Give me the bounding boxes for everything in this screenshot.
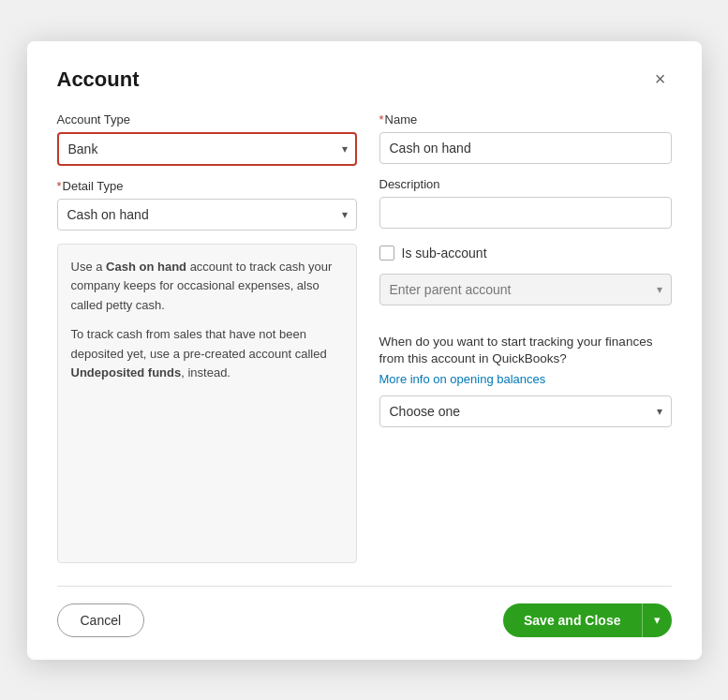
info-paragraph-2: To track cash from sales that have not b…: [71, 325, 343, 383]
detail-type-label: *Detail Type: [57, 179, 357, 193]
sub-account-row: Is sub-account: [379, 246, 672, 261]
detail-type-select[interactable]: Cash on hand: [57, 199, 357, 231]
parent-account-wrapper: ▾: [379, 274, 672, 305]
more-info-link[interactable]: More info on opening balances: [379, 372, 672, 386]
name-required-star: *: [379, 112, 384, 127]
save-dropdown-button[interactable]: ▾: [642, 603, 672, 637]
detail-type-group: *Detail Type Cash on hand ▾: [57, 179, 357, 231]
right-column: *Name Description Is sub-account ▾: [379, 112, 672, 563]
modal-header: Account ×: [57, 67, 672, 92]
detail-type-select-wrapper: Cash on hand ▾: [57, 199, 357, 231]
detail-type-required-star: *: [57, 179, 62, 193]
name-label: *Name: [379, 112, 672, 127]
tracking-question: When do you want to start tracking your …: [379, 334, 672, 369]
parent-account-input: [379, 274, 672, 305]
name-input[interactable]: [379, 132, 672, 164]
info-paragraph-1: Use a Cash on hand account to track cash…: [71, 258, 343, 316]
modal-body: Account Type Bank ▾ *Detail Type Cash on…: [57, 112, 672, 563]
choose-one-select[interactable]: Choose one: [379, 395, 672, 427]
description-input[interactable]: [379, 197, 672, 229]
account-type-label: Account Type: [57, 112, 357, 127]
modal-title: Account: [57, 67, 140, 92]
info-bold-undeposited: Undeposited funds: [71, 365, 182, 380]
save-and-close-button[interactable]: Save and Close: [503, 603, 642, 637]
choose-one-select-wrapper: Choose one ▾: [379, 395, 672, 427]
left-column: Account Type Bank ▾ *Detail Type Cash on…: [57, 112, 357, 563]
description-group: Description: [379, 177, 672, 229]
name-group: *Name: [379, 112, 672, 164]
sub-account-label: Is sub-account: [402, 246, 487, 261]
account-modal: Account × Account Type Bank ▾ *Detail Ty…: [27, 41, 702, 660]
info-bold-cash: Cash on hand: [106, 260, 186, 274]
cancel-button[interactable]: Cancel: [57, 603, 145, 637]
sub-account-checkbox[interactable]: [379, 246, 394, 261]
info-box: Use a Cash on hand account to track cash…: [57, 244, 357, 563]
close-button[interactable]: ×: [649, 67, 672, 90]
description-label: Description: [379, 177, 672, 191]
account-type-group: Account Type Bank ▾: [57, 112, 357, 166]
save-group: Save and Close ▾: [503, 603, 672, 637]
tracking-group: When do you want to start tracking your …: [379, 328, 672, 428]
account-type-select[interactable]: Bank: [57, 132, 357, 166]
account-type-select-wrapper: Bank ▾: [57, 132, 357, 166]
modal-footer: Cancel Save and Close ▾: [57, 586, 672, 637]
